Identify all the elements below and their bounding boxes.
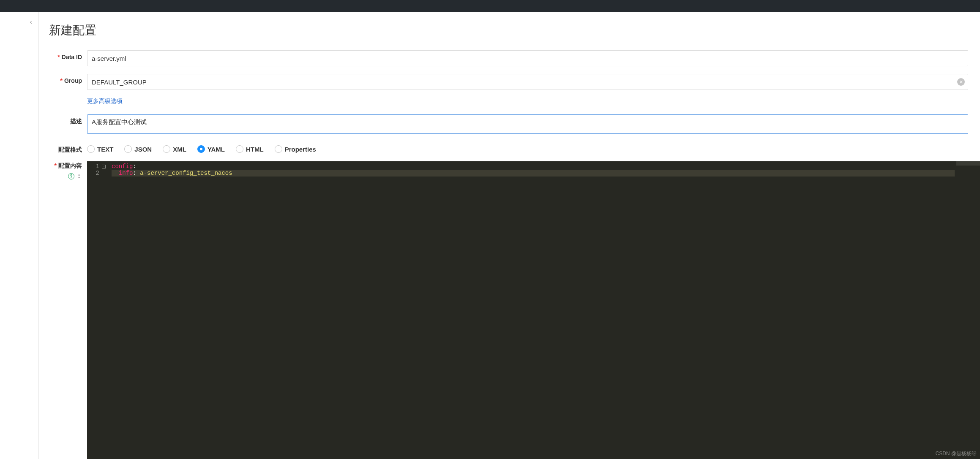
format-radio-text[interactable]: TEXT	[87, 145, 113, 153]
format-radio-yaml[interactable]: YAML	[197, 145, 225, 153]
data-id-input[interactable]	[87, 50, 968, 66]
help-icon[interactable]: ?	[68, 173, 74, 179]
content-help: ? ：	[68, 172, 82, 180]
radio-icon	[124, 145, 132, 153]
radio-icon	[275, 145, 282, 153]
label-format: 配置格式	[49, 143, 82, 154]
group-clear-button[interactable]: ✕	[957, 78, 965, 86]
code-gutter: 1−2	[87, 161, 108, 459]
code-line[interactable]: info: a-server_config_test_nacos	[112, 170, 955, 177]
radio-icon	[236, 145, 243, 153]
row-advanced: 更多高级选项	[49, 98, 980, 105]
row-content: *配置内容 ? ： 1−2 config: info: a-server_con…	[49, 161, 980, 459]
radio-label: HTML	[246, 146, 264, 153]
label-description-text: 描述	[70, 118, 82, 125]
label-content: *配置内容	[49, 162, 82, 170]
group-input[interactable]	[87, 74, 968, 90]
left-rail	[0, 12, 39, 459]
radio-label: TEXT	[97, 146, 113, 153]
description-input[interactable]	[87, 114, 968, 134]
main-content: 新建配置 *Data ID *Group ✕ 更多高	[39, 12, 980, 459]
format-radio-json[interactable]: JSON	[124, 145, 152, 153]
format-radio-group: TEXTJSONXMLYAMLHTMLProperties	[87, 143, 316, 153]
format-radio-properties[interactable]: Properties	[275, 145, 316, 153]
page-title: 新建配置	[49, 22, 980, 38]
label-content-col: *配置内容 ? ：	[49, 161, 82, 180]
label-group: *Group	[49, 74, 82, 84]
row-data-id: *Data ID	[49, 50, 980, 66]
fold-icon[interactable]: −	[102, 165, 106, 168]
help-colon: ：	[76, 172, 82, 180]
description-wrap	[87, 114, 980, 135]
chevron-left-icon	[28, 20, 33, 25]
line-number: 2	[87, 170, 106, 177]
format-radio-html[interactable]: HTML	[236, 145, 264, 153]
close-icon: ✕	[959, 80, 963, 84]
label-data-id-text: Data ID	[62, 54, 82, 60]
radio-icon	[197, 145, 205, 153]
radio-icon	[163, 145, 170, 153]
row-group: *Group ✕	[49, 74, 980, 90]
code-line[interactable]: config:	[112, 163, 980, 170]
radio-label: Properties	[285, 146, 316, 153]
row-description: 描述	[49, 114, 980, 135]
page: 新建配置 *Data ID *Group ✕ 更多高	[0, 12, 980, 459]
label-data-id: *Data ID	[49, 50, 82, 60]
label-group-text: Group	[64, 77, 82, 84]
radio-label: JSON	[134, 146, 152, 153]
top-bar	[0, 0, 980, 12]
format-radio-xml[interactable]: XML	[163, 145, 186, 153]
code-body[interactable]: config: info: a-server_config_test_nacos	[108, 161, 980, 459]
label-description: 描述	[49, 114, 82, 125]
radio-icon	[87, 145, 95, 153]
row-format: 配置格式 TEXTJSONXMLYAMLHTMLProperties	[49, 143, 980, 154]
line-number: 1−	[87, 163, 106, 170]
minimap-icon	[956, 161, 980, 166]
code-editor[interactable]: 1−2 config: info: a-server_config_test_n…	[87, 161, 980, 459]
label-content-text: 配置内容	[58, 162, 82, 169]
group-wrap: ✕	[87, 74, 980, 90]
radio-label: YAML	[207, 146, 225, 153]
advanced-options-link[interactable]: 更多高级选项	[87, 98, 123, 105]
radio-label: XML	[173, 146, 186, 153]
label-format-text: 配置格式	[58, 146, 82, 153]
collapse-sidebar-button[interactable]	[27, 18, 35, 27]
data-id-wrap	[87, 50, 980, 66]
